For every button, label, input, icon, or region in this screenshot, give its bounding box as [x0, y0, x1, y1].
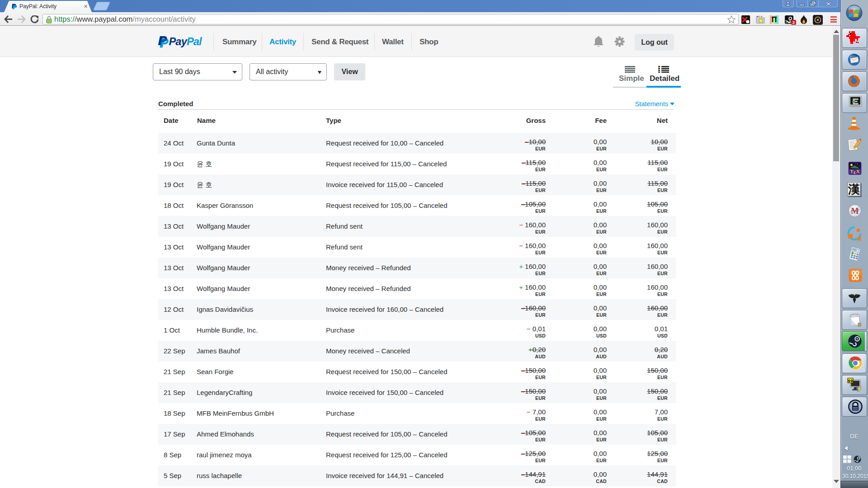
svg-text:漢: 漢: [848, 183, 860, 196]
svg-text:M: M: [851, 206, 859, 216]
svg-text:PayPal: PayPal: [169, 36, 203, 47]
svg-text:99: 99: [848, 379, 853, 384]
svg-text:2: 2: [793, 20, 795, 25]
